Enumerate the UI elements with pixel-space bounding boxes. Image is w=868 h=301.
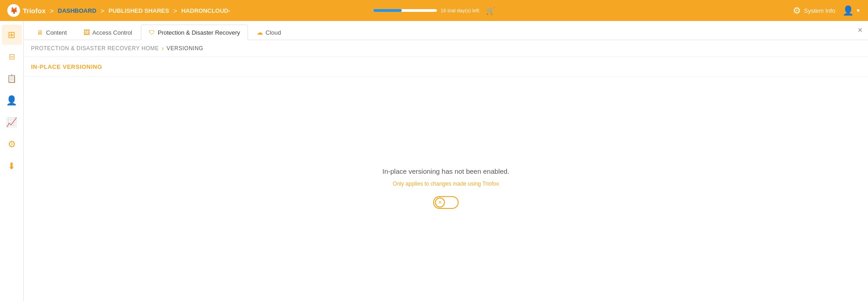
user-sidebar-icon: 👤	[6, 95, 17, 106]
close-button[interactable]: ×	[858, 26, 863, 35]
empty-message: In-place versioning has not been enabled…	[382, 167, 510, 175]
toggle-container	[433, 196, 459, 211]
shield-icon: 🛡	[149, 29, 155, 36]
logo-icon: 🦊	[7, 4, 20, 17]
content-area: 🖥 Content 🖼 Access Control 🛡 Protection …	[24, 21, 868, 301]
hadron-link[interactable]: HADRONCLOUD-	[181, 7, 231, 14]
sidebar: ⊞ ⊟ 📋 👤 📈 ⚙ ⬇	[0, 21, 24, 301]
section-title: IN-PLACE VERSIONING	[31, 63, 102, 70]
sidebar-item-settings[interactable]: ⚙	[2, 134, 22, 154]
trial-bar-container	[373, 9, 437, 12]
breadcrumb-current: VERSIONING	[167, 45, 203, 52]
sidebar-item-download[interactable]: ⬇	[2, 156, 22, 176]
sidebar-item-dashboard[interactable]: ⊞	[2, 25, 22, 45]
download-icon: ⬇	[8, 161, 16, 171]
breadcrumb-sep: ›	[161, 45, 164, 52]
main-layout: ⊞ ⊟ 📋 👤 📈 ⚙ ⬇ 🖥 Content 🖼	[0, 21, 868, 301]
tab-cloud-label: Cloud	[266, 29, 281, 36]
sidebar-item-user[interactable]: 👤	[2, 90, 22, 110]
empty-sub-message: Only applies to changes made using Triof…	[393, 181, 499, 187]
sep1: >	[50, 7, 54, 15]
versioning-toggle[interactable]	[433, 196, 459, 209]
system-info-label: System Info	[804, 7, 835, 14]
published-shares-link[interactable]: PUBLISHED SHARES	[108, 7, 169, 14]
dashboard-link[interactable]: DASHBOARD	[58, 7, 97, 14]
breadcrumb: PROTECTION & DISASTER RECOVERY HOME › VE…	[24, 40, 868, 57]
settings-icon: ⚙	[8, 139, 16, 150]
sep3: >	[173, 7, 177, 15]
access-control-icon: 🖼	[83, 29, 90, 36]
tab-cloud[interactable]: ☁ Cloud	[249, 25, 289, 40]
sidebar-item-grid[interactable]: ⊟	[2, 47, 22, 67]
toggle-knob	[435, 197, 445, 208]
topbar: 🦊 Triofox > DASHBOARD > PUBLISHED SHARES…	[0, 0, 868, 21]
trial-progress	[373, 9, 437, 12]
brand-label: Triofox	[23, 7, 46, 15]
tab-content-label: Content	[46, 29, 67, 36]
cloud-icon: ☁	[257, 29, 263, 36]
gear-icon: ⚙	[793, 5, 801, 16]
breadcrumb-home[interactable]: PROTECTION & DISASTER RECOVERY HOME	[31, 45, 159, 52]
main-body: In-place versioning has not been enabled…	[24, 77, 868, 301]
tab-protection[interactable]: 🛡 Protection & Disaster Recovery	[141, 25, 248, 40]
cart-icon[interactable]: 🛒	[486, 6, 495, 15]
tab-content[interactable]: 🖥 Content	[29, 25, 75, 40]
tabs-bar: 🖥 Content 🖼 Access Control 🛡 Protection …	[24, 21, 868, 40]
monitor-icon: 🖥	[37, 29, 43, 36]
topbar-right: ⚙ System Info 👤 ▼	[793, 5, 861, 16]
tab-access-control-label: Access Control	[93, 29, 132, 36]
section-header: IN-PLACE VERSIONING	[24, 57, 868, 77]
sidebar-item-chart[interactable]: 📈	[2, 112, 22, 132]
trial-text: 16 trial day(s) left.	[440, 8, 480, 13]
chevron-down-icon: ▼	[856, 8, 861, 13]
sidebar-item-book[interactable]: 📋	[2, 68, 22, 88]
user-avatar-button[interactable]: 👤 ▼	[842, 5, 861, 16]
system-info-button[interactable]: ⚙ System Info	[793, 5, 835, 16]
sep2: >	[100, 7, 104, 15]
book-icon: 📋	[7, 74, 16, 83]
triofox-logo: 🦊 Triofox	[7, 4, 46, 17]
dashboard-icon: ⊞	[8, 29, 16, 40]
chart-icon: 📈	[6, 117, 17, 128]
grid-icon: ⊟	[9, 52, 15, 62]
trial-progress-fill	[373, 9, 402, 12]
tab-protection-label: Protection & Disaster Recovery	[158, 29, 240, 36]
user-icon: 👤	[842, 5, 854, 16]
tab-access-control[interactable]: 🖼 Access Control	[76, 25, 140, 40]
topbar-center: 16 trial day(s) left. 🛒	[373, 6, 495, 15]
